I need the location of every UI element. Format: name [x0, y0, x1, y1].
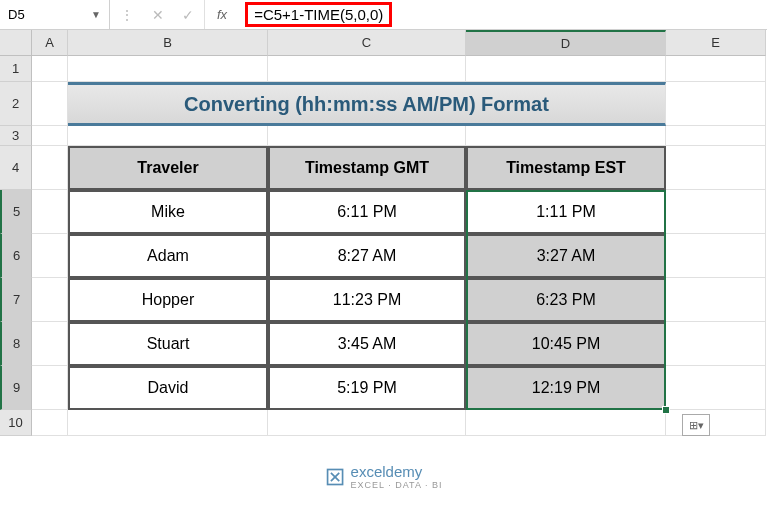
header-est[interactable]: Timestamp EST [466, 146, 666, 190]
cell-e2[interactable] [666, 82, 766, 126]
confirm-icon[interactable]: ✓ [182, 7, 194, 23]
row-header-7[interactable]: 7 [0, 278, 32, 322]
row-10 [32, 410, 767, 436]
header-traveler[interactable]: Traveler [68, 146, 268, 190]
row-4: Traveler Timestamp GMT Timestamp EST [32, 146, 767, 190]
cell-b1[interactable] [68, 56, 268, 82]
cell-e4[interactable] [666, 146, 766, 190]
row-header-3[interactable]: 3 [0, 126, 32, 146]
cell-c10[interactable] [268, 410, 466, 436]
cell-a2[interactable] [32, 82, 68, 126]
cell-est-1[interactable]: 3:27 AM [466, 234, 666, 278]
cell-d1[interactable] [466, 56, 666, 82]
col-header-c[interactable]: C [268, 30, 466, 56]
dots-icon: ⋮ [120, 7, 134, 23]
cell-a3[interactable] [32, 126, 68, 146]
formula-bar: D5 ▼ ⋮ ✕ ✓ fx =C5+1-TIME(5,0,0) [0, 0, 767, 30]
cell-gmt-0[interactable]: 6:11 PM [268, 190, 466, 234]
name-box[interactable]: D5 ▼ [0, 0, 110, 29]
cell-a5[interactable] [32, 190, 68, 234]
cell-est-4[interactable]: 12:19 PM [466, 366, 666, 410]
cells-container: Converting (hh:mm:ss AM/PM) Format Trave… [32, 56, 767, 436]
select-all-corner[interactable] [0, 30, 32, 56]
cell-c1[interactable] [268, 56, 466, 82]
row-header-10[interactable]: 10 [0, 410, 32, 436]
cell-a6[interactable] [32, 234, 68, 278]
col-header-e[interactable]: E [666, 30, 766, 56]
name-box-dropdown-icon[interactable]: ▼ [91, 9, 101, 20]
watermark-logo-icon [325, 467, 345, 487]
cell-traveler-1[interactable]: Adam [68, 234, 268, 278]
formula-text: =C5+1-TIME(5,0,0) [245, 2, 392, 27]
cell-a7[interactable] [32, 278, 68, 322]
cell-a8[interactable] [32, 322, 68, 366]
name-box-value: D5 [8, 7, 25, 22]
row-header-4[interactable]: 4 [0, 146, 32, 190]
row-2: Converting (hh:mm:ss AM/PM) Format [32, 82, 767, 126]
title-cell[interactable]: Converting (hh:mm:ss AM/PM) Format [68, 82, 666, 126]
col-header-d[interactable]: D [466, 30, 666, 56]
cell-e6[interactable] [666, 234, 766, 278]
cell-gmt-2[interactable]: 11:23 PM [268, 278, 466, 322]
row-1 [32, 56, 767, 82]
grid-area: A B C D E Converting (hh:mm:ss AM/PM) Fo… [32, 30, 767, 436]
cell-b3[interactable] [68, 126, 268, 146]
row-header-6[interactable]: 6 [0, 234, 32, 278]
col-header-b[interactable]: B [68, 30, 268, 56]
cell-e7[interactable] [666, 278, 766, 322]
cell-gmt-3[interactable]: 3:45 AM [268, 322, 466, 366]
watermark: exceldemy EXCEL · DATA · BI [325, 463, 443, 490]
row-8: Stuart 3:45 AM 10:45 PM [32, 322, 767, 366]
cell-gmt-1[interactable]: 8:27 AM [268, 234, 466, 278]
row-6: Adam 8:27 AM 3:27 AM [32, 234, 767, 278]
row-3 [32, 126, 767, 146]
cell-est-2[interactable]: 6:23 PM [466, 278, 666, 322]
cell-a10[interactable] [32, 410, 68, 436]
cell-e10[interactable] [666, 410, 766, 436]
header-gmt[interactable]: Timestamp GMT [268, 146, 466, 190]
cell-e3[interactable] [666, 126, 766, 146]
formula-input[interactable]: =C5+1-TIME(5,0,0) [239, 0, 767, 29]
row-7: Hopper 11:23 PM 6:23 PM [32, 278, 767, 322]
row-header-9[interactable]: 9 [0, 366, 32, 410]
row-headers: 1 2 3 4 5 6 7 8 9 10 [0, 30, 32, 436]
cancel-icon[interactable]: ✕ [152, 7, 164, 23]
spreadsheet-grid: 1 2 3 4 5 6 7 8 9 10 A B C D E [0, 30, 767, 436]
autofill-icon: ⊞▾ [689, 419, 704, 432]
cell-e9[interactable] [666, 366, 766, 410]
cell-a4[interactable] [32, 146, 68, 190]
formula-bar-buttons: ⋮ ✕ ✓ [110, 0, 205, 29]
cell-a9[interactable] [32, 366, 68, 410]
watermark-name: exceldemy [351, 463, 443, 480]
row-5: Mike 6:11 PM 1:11 PM [32, 190, 767, 234]
cell-e8[interactable] [666, 322, 766, 366]
col-header-a[interactable]: A [32, 30, 68, 56]
row-header-8[interactable]: 8 [0, 322, 32, 366]
cell-est-3[interactable]: 10:45 PM [466, 322, 666, 366]
fill-handle[interactable] [662, 406, 670, 414]
row-header-5[interactable]: 5 [0, 190, 32, 234]
cell-traveler-3[interactable]: Stuart [68, 322, 268, 366]
cell-e1[interactable] [666, 56, 766, 82]
autofill-options-button[interactable]: ⊞▾ [682, 414, 710, 436]
cell-traveler-2[interactable]: Hopper [68, 278, 268, 322]
fx-label[interactable]: fx [205, 7, 239, 22]
cell-traveler-4[interactable]: David [68, 366, 268, 410]
cell-d3[interactable] [466, 126, 666, 146]
cell-a1[interactable] [32, 56, 68, 82]
cell-traveler-0[interactable]: Mike [68, 190, 268, 234]
cell-b10[interactable] [68, 410, 268, 436]
column-headers: A B C D E [32, 30, 767, 56]
cell-c3[interactable] [268, 126, 466, 146]
cell-est-0[interactable]: 1:11 PM [466, 190, 666, 234]
row-header-2[interactable]: 2 [0, 82, 32, 126]
watermark-subtitle: EXCEL · DATA · BI [351, 480, 443, 490]
cell-d10[interactable] [466, 410, 666, 436]
row-9: David 5:19 PM 12:19 PM [32, 366, 767, 410]
cell-gmt-4[interactable]: 5:19 PM [268, 366, 466, 410]
row-header-1[interactable]: 1 [0, 56, 32, 82]
cell-e5[interactable] [666, 190, 766, 234]
